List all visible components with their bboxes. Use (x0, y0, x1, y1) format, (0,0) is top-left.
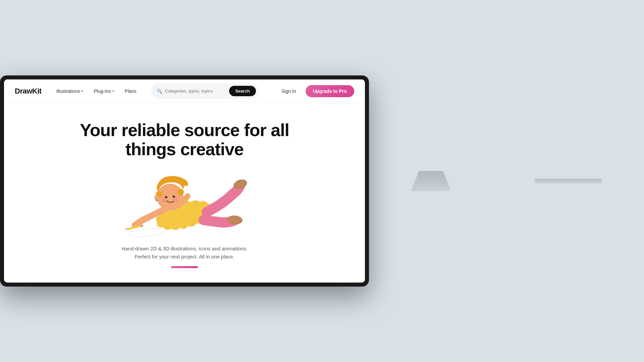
svg-point-8 (128, 228, 164, 238)
navbar: DrawKit Illustrations ▾ Plug-Ins ▾ Plans… (4, 79, 365, 103)
monitor-base (535, 179, 602, 183)
nav-illustrations-label: Illustrations (56, 88, 80, 94)
search-button[interactable]: Search (229, 86, 256, 96)
monitor-outer: DrawKit Illustrations ▾ Plug-Ins ▾ Plans… (0, 75, 369, 286)
chevron-down-icon: ▾ (81, 89, 83, 93)
upgrade-to-pro-button[interactable]: Upgrade to Pro (306, 85, 354, 97)
logo[interactable]: DrawKit (15, 87, 42, 96)
search-bar: 🔍 Search (151, 83, 259, 99)
svg-point-14 (166, 196, 167, 197)
svg-point-16 (162, 198, 166, 202)
monitor-stand (411, 171, 451, 191)
nav-plugins[interactable]: Plug-Ins ▾ (90, 86, 118, 97)
cta-hint (171, 266, 198, 268)
nav-plans[interactable]: Plans (121, 86, 141, 97)
chevron-down-icon-2: ▾ (112, 89, 114, 93)
nav-plans-label: Plans (125, 88, 137, 94)
search-icon: 🔍 (157, 88, 162, 94)
hero-svg (121, 166, 248, 239)
hero-section: Your reliable source for all things crea… (4, 103, 365, 282)
search-input[interactable] (165, 88, 227, 94)
hero-title: Your reliable source for all things crea… (80, 121, 289, 159)
svg-point-15 (174, 195, 175, 196)
hero-title-line2: things creative (125, 139, 244, 159)
nav-illustrations[interactable]: Illustrations ▾ (52, 86, 87, 97)
hero-title-line1: Your reliable source for all (80, 120, 289, 140)
nav-right: Sign In Upgrade to Pro (277, 85, 354, 97)
sign-in-button[interactable]: Sign In (277, 86, 300, 97)
hero-subtitle: Hand-drawn 2D & 3D illustrations, icons … (121, 245, 248, 261)
svg-point-11 (177, 189, 184, 195)
monitor-screen: DrawKit Illustrations ▾ Plug-Ins ▾ Plans… (4, 79, 365, 282)
svg-point-19 (156, 199, 158, 201)
nav-links: Illustrations ▾ Plug-Ins ▾ Plans (52, 86, 141, 97)
svg-point-17 (174, 198, 178, 201)
hero-illustration (121, 166, 248, 239)
nav-plugins-label: Plug-Ins (94, 88, 111, 94)
